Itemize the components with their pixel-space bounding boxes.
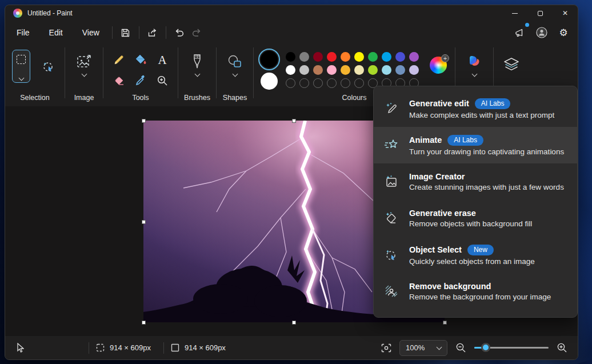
menu-item-animate[interactable]: Animate AI Labs Turn your drawing into c… [374, 127, 577, 163]
color-swatch[interactable] [409, 52, 419, 62]
layers-button[interactable] [503, 57, 520, 73]
menu-view[interactable]: View [74, 25, 107, 41]
empty-color-slot[interactable] [354, 78, 364, 88]
selection-size-icon [96, 343, 105, 352]
copilot-dropdown-menu: Generative edit AI Labs Make complex edi… [373, 86, 578, 318]
menu-item-title: Animate [409, 135, 442, 145]
redo-button[interactable] [188, 24, 205, 41]
empty-color-slot[interactable] [341, 78, 350, 88]
chevron-down-icon [18, 75, 24, 81]
selection-handle-bottom-center[interactable] [292, 321, 296, 325]
color-swatch[interactable] [382, 52, 391, 62]
fill-tool-button[interactable] [131, 51, 150, 69]
free-select-icon [41, 59, 55, 73]
titlebar: Untitled - Paint ✕ [5, 5, 578, 21]
zoom-slider[interactable] [474, 347, 549, 349]
new-badge: New [467, 245, 494, 255]
announcements-button[interactable] [511, 24, 529, 41]
selection-handle-bottom-left[interactable] [142, 321, 146, 325]
rectangle-select-button[interactable] [12, 50, 30, 83]
text-tool-button[interactable]: A [153, 51, 172, 69]
minimize-button[interactable] [502, 5, 527, 21]
color-swatch[interactable] [341, 65, 350, 75]
zoom-in-button[interactable] [557, 342, 567, 353]
color-swatch[interactable] [299, 65, 309, 75]
color-swatch[interactable] [395, 52, 405, 62]
color-swatch[interactable] [313, 65, 323, 75]
brushes-label: Brushes [178, 94, 216, 102]
menu-item-remove-background[interactable]: Remove background Remove the background … [374, 273, 577, 310]
color-swatch[interactable] [327, 52, 337, 62]
image-button[interactable] [75, 53, 93, 76]
selection-handle-top-left[interactable] [142, 119, 146, 123]
zoom-in-icon [557, 342, 567, 353]
empty-color-slot[interactable] [286, 78, 295, 88]
undo-button[interactable] [171, 24, 188, 41]
shapes-icon [226, 53, 243, 70]
image-icon [75, 53, 93, 70]
zoom-level-dropdown[interactable]: 100% [399, 340, 447, 356]
color-swatch[interactable] [341, 52, 350, 62]
primary-color-swatch[interactable] [261, 51, 278, 68]
selection-handle-bottom-right[interactable] [443, 321, 447, 325]
pencil-tool-button[interactable] [109, 51, 129, 69]
close-button[interactable]: ✕ [553, 5, 578, 21]
settings-button[interactable]: ⚙ [555, 24, 572, 41]
menu-item-image-creator[interactable]: Image Creator Create stunning images wit… [374, 163, 577, 200]
color-swatch[interactable] [354, 52, 364, 62]
copilot-button[interactable] [466, 53, 483, 76]
brushes-button[interactable] [190, 53, 204, 76]
chevron-down-icon [232, 71, 238, 77]
menu-file[interactable]: File [9, 25, 38, 41]
ai-labs-badge: AI Labs [475, 98, 511, 109]
window-title: Untitled - Paint [27, 9, 73, 17]
account-button[interactable] [533, 24, 550, 41]
selection-handle-middle-left[interactable] [142, 220, 146, 224]
rectangle-select-icon [17, 55, 26, 64]
canvas-size-icon [171, 343, 179, 352]
color-picker-tool-button[interactable] [131, 71, 150, 90]
color-swatch[interactable] [368, 52, 378, 62]
menu-edit[interactable]: Edit [41, 25, 71, 41]
color-swatch[interactable] [395, 65, 405, 75]
color-swatch[interactable] [299, 52, 309, 62]
object-select-icon [384, 247, 399, 262]
secondary-color-swatch[interactable] [261, 73, 278, 90]
magnifier-tool-button[interactable] [153, 71, 172, 90]
tools-group: A Tools [103, 44, 178, 106]
share-button[interactable] [144, 24, 161, 41]
zoom-slider-thumb[interactable] [481, 343, 490, 352]
empty-color-slot[interactable] [327, 78, 337, 88]
color-swatch[interactable] [286, 65, 295, 75]
color-swatch[interactable] [327, 65, 337, 75]
shapes-button[interactable] [226, 53, 243, 76]
menubar: File Edit View [5, 21, 578, 44]
selection-handle-top-center[interactable] [292, 119, 296, 123]
color-swatch[interactable] [368, 65, 378, 75]
color-swatch[interactable] [354, 65, 364, 75]
generative-edit-icon [384, 101, 399, 116]
color-swatch[interactable] [382, 65, 391, 75]
fit-to-window-button[interactable] [381, 343, 391, 353]
menu-item-generative-erase[interactable]: Generative erase Remove objects with bac… [374, 200, 577, 237]
edit-colors-button[interactable]: + [430, 57, 447, 74]
megaphone-icon [514, 27, 526, 38]
color-swatch[interactable] [286, 52, 295, 62]
image-group: Image [65, 44, 103, 106]
chevron-down-icon [194, 71, 200, 77]
maximize-button[interactable] [527, 5, 553, 21]
zoom-out-button[interactable] [455, 342, 466, 353]
menu-item-generative-edit[interactable]: Generative edit AI Labs Make complex edi… [374, 90, 577, 127]
eraser-tool-button[interactable] [109, 71, 129, 90]
color-swatch[interactable] [313, 52, 323, 62]
empty-color-slot[interactable] [313, 78, 323, 88]
empty-color-slot[interactable] [299, 78, 309, 88]
save-button[interactable] [117, 24, 134, 41]
paint-window: Untitled - Paint ✕ File Edit View [5, 5, 578, 360]
menu-item-description: Quickly select objects from an image [409, 257, 535, 266]
selection-label: Selection [5, 94, 65, 102]
color-swatch[interactable] [409, 65, 419, 75]
menu-item-object-select[interactable]: Object Select New Quickly select objects… [374, 237, 577, 273]
free-select-button[interactable] [38, 57, 58, 75]
image-creator-icon [384, 174, 399, 189]
